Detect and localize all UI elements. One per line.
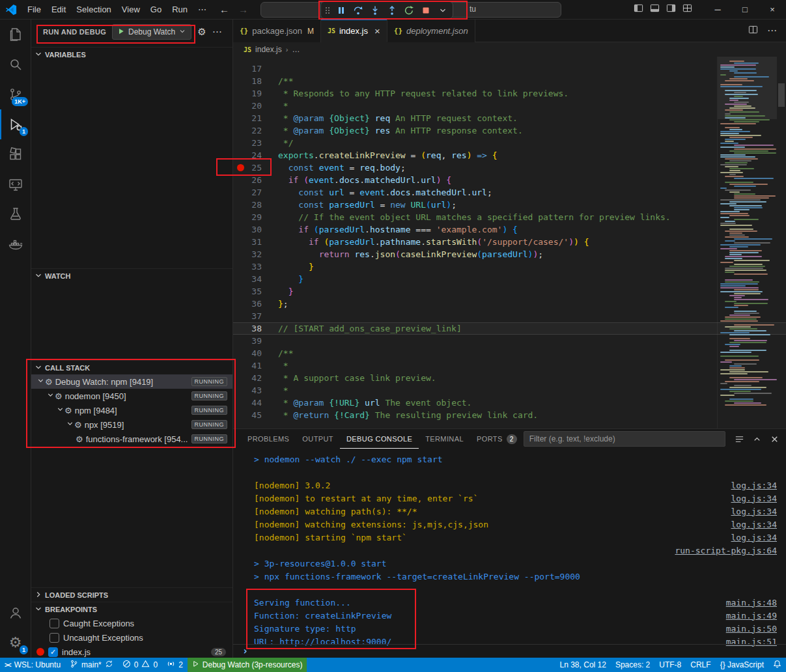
problems-status[interactable]: 0 0 [118, 658, 162, 672]
activity-settings-button[interactable]: ⚙1 [0, 628, 31, 658]
source-link[interactable]: log.js:34 [731, 481, 777, 490]
source-link[interactable]: main.js:50 [726, 624, 777, 634]
menu-edit[interactable]: Edit [46, 0, 71, 19]
activity-search-button[interactable] [0, 49, 31, 79]
section-watch[interactable]: WATCH [31, 268, 232, 283]
source-link[interactable]: run-script-pkg.js:64 [675, 546, 777, 555]
toggle-sidebar-icon[interactable] [634, 3, 643, 16]
ports-status[interactable]: 2 [162, 658, 188, 672]
indentation[interactable]: Spaces: 2 [611, 658, 654, 672]
panel-tab-problems[interactable]: PROBLEMS [241, 429, 296, 449]
gear-icon[interactable]: ⚙ [197, 26, 206, 38]
activity-debug-button[interactable]: 1 [0, 109, 31, 139]
menu-go[interactable]: Go [145, 0, 167, 19]
activity-docker-button[interactable] [0, 229, 31, 259]
tab-deployment.json[interactable]: {}deployment.json [387, 20, 475, 42]
editor[interactable]: 1718/**19 * Responds to any HTTP request… [233, 57, 786, 428]
breadcrumb-symbol[interactable]: … [292, 45, 300, 54]
minimap[interactable] [717, 57, 777, 428]
checkbox[interactable]: ✓ [48, 647, 58, 657]
menu-selection[interactable]: Selection [71, 0, 116, 19]
maximize-button[interactable]: □ [731, 0, 759, 20]
activity-extensions-button[interactable] [0, 139, 31, 169]
source-link[interactable]: log.js:34 [731, 520, 777, 529]
notifications-bell[interactable] [768, 658, 786, 672]
panel-tab-terminal[interactable]: TERMINAL [419, 429, 470, 449]
panel-tab-debug-console[interactable]: DEBUG CONSOLE [340, 429, 419, 449]
menu-file[interactable]: File [22, 0, 46, 19]
section-variables[interactable]: VARIABLES [31, 47, 232, 61]
call-stack-row-2[interactable]: ⚙npm [9484]RUNNING [31, 403, 232, 417]
menu-view[interactable]: View [117, 0, 145, 19]
tab-index.js[interactable]: JSindex.js× [321, 20, 387, 42]
console-input[interactable]: › [233, 644, 786, 658]
step-into-button[interactable] [367, 3, 383, 18]
call-stack-row-0[interactable]: ⚙Debug Watch: npm [9419]RUNNING [31, 374, 232, 389]
call-stack-row-3[interactable]: ⚙npx [9519]RUNNING [31, 417, 232, 432]
views-more-icon[interactable]: ⋯ [212, 26, 222, 38]
git-branch[interactable]: main* [65, 658, 118, 672]
more-actions-icon[interactable]: ⋯ [767, 25, 777, 36]
stop-button[interactable] [417, 3, 434, 18]
eol[interactable]: CRLF [686, 658, 715, 672]
call-stack-row-4[interactable]: ⚙functions-framework [954...RUNNING [31, 432, 232, 446]
scrollbar-thumb[interactable] [778, 83, 785, 107]
breakpoint-row-index-js[interactable]: ✓index.js25 [31, 645, 232, 658]
debug-console[interactable]: > nodemon --watch ./ --exec npm start[no… [233, 449, 786, 658]
menu-run[interactable]: Run [167, 0, 193, 19]
menu-more[interactable]: ⋯ [193, 0, 212, 19]
status-bar: >< WSL: Ubuntu main* 0 0 2 Debug Watch (… [0, 658, 786, 672]
breadcrumb[interactable]: JS index.js › … [233, 42, 786, 57]
console-filter-input[interactable] [524, 431, 725, 447]
language[interactable]: {} JavaScript [716, 658, 768, 672]
breakpoint-row-caught-exceptions[interactable]: Caught Exceptions [31, 616, 232, 630]
breadcrumb-file[interactable]: index.js [255, 45, 282, 54]
tab-package.json[interactable]: {}package.jsonM [233, 20, 321, 42]
chevron-down-button[interactable] [434, 3, 451, 18]
forward-icon[interactable]: → [238, 4, 248, 15]
step-out-button[interactable] [384, 3, 400, 18]
activity-explorer-button[interactable] [0, 20, 31, 49]
pause-button[interactable] [333, 3, 349, 18]
customize-layout-icon[interactable] [682, 3, 692, 16]
step-over-button[interactable] [350, 3, 366, 18]
toggle-secondary-sidebar-icon[interactable] [666, 3, 676, 16]
source-link[interactable]: main.js:48 [726, 598, 777, 608]
start-debug-icon[interactable] [117, 27, 125, 37]
breakpoint-row-uncaught-exceptions[interactable]: Uncaught Exceptions [31, 630, 232, 645]
close-panel-icon[interactable] [770, 434, 779, 444]
source-link[interactable]: log.js:34 [731, 507, 777, 516]
section-call-stack[interactable]: CALL STACK [31, 360, 232, 374]
activity-remote-button[interactable] [0, 169, 31, 199]
close-window-button[interactable]: × [759, 0, 786, 20]
checkbox[interactable] [49, 619, 59, 628]
source-link[interactable]: main.js:49 [726, 611, 777, 621]
panel-tab-ports[interactable]: PORTS2 [470, 429, 524, 449]
toggle-panel-icon[interactable] [650, 3, 660, 16]
section-loaded-scripts[interactable]: LOADED SCRIPTS [31, 587, 232, 602]
remote-indicator[interactable]: >< WSL: Ubuntu [0, 658, 65, 672]
activity-scm-button[interactable]: 1K+ [0, 79, 31, 109]
maximize-panel-icon[interactable] [752, 434, 762, 444]
section-breakpoints[interactable]: BREAKPOINTS [31, 602, 232, 616]
editor-scrollbar[interactable] [777, 57, 786, 428]
encoding[interactable]: UTF-8 [654, 658, 686, 672]
breakpoint-dot[interactable] [237, 164, 244, 171]
call-stack-row-1[interactable]: ⚙nodemon [9450]RUNNING [31, 389, 232, 403]
restart-button[interactable] [400, 3, 417, 18]
source-link[interactable]: log.js:34 [731, 494, 777, 503]
debug-status[interactable]: Debug Watch (3p-resources) [188, 658, 307, 672]
activity-account-button[interactable] [0, 598, 31, 628]
debug-config-dropdown[interactable]: Debug Watch [112, 24, 191, 40]
ports-count: 2 [178, 660, 183, 669]
console-menu-icon[interactable] [735, 434, 744, 444]
split-editor-icon[interactable] [748, 25, 758, 37]
panel-tab-output[interactable]: OUTPUT [296, 429, 340, 449]
cursor-position[interactable]: Ln 38, Col 12 [555, 658, 611, 672]
back-icon[interactable]: ← [219, 4, 229, 15]
minimize-button[interactable]: ─ [704, 0, 731, 20]
activity-testing-button[interactable] [0, 199, 31, 229]
source-link[interactable]: log.js:34 [731, 533, 777, 542]
close-tab-icon[interactable]: × [374, 26, 380, 36]
checkbox[interactable] [49, 633, 59, 643]
